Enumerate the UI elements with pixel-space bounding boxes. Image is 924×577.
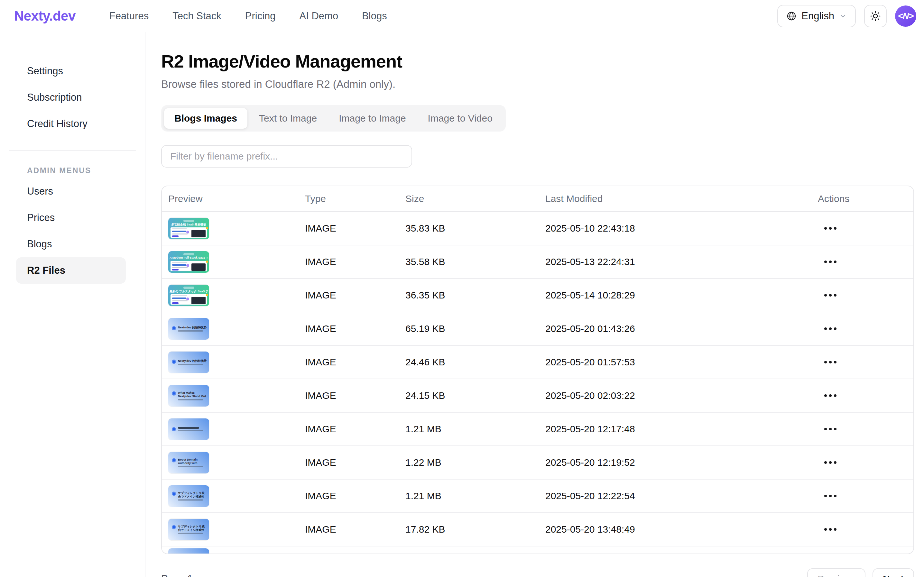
file-size: 35.83 KB — [405, 223, 545, 234]
globe-icon — [786, 11, 797, 21]
next-page-button[interactable]: Next — [872, 568, 914, 577]
sidebar: SettingsSubscriptionCredit History ADMIN… — [0, 32, 145, 577]
sidebar-section-label: ADMIN MENUS — [27, 166, 145, 175]
file-size: 1.22 MB — [405, 457, 545, 468]
nav-link[interactable]: Tech Stack — [173, 10, 221, 22]
user-avatar[interactable]: <N> — [895, 5, 916, 27]
row-actions-button[interactable] — [821, 491, 840, 501]
file-last-modified: 2025-05-10 22:43:18 — [545, 223, 818, 234]
sidebar-divider — [9, 150, 136, 150]
thumbnail-card-art: What Makes Nexty.dev Stand Out — [172, 391, 207, 400]
chevron-down-icon — [839, 12, 847, 20]
file-size: 17.82 KB — [405, 524, 545, 535]
row-actions-button[interactable] — [821, 257, 840, 267]
nav-link[interactable]: Pricing — [245, 10, 276, 22]
sidebar-item[interactable]: Prices — [16, 205, 126, 231]
column-header: Size — [405, 193, 545, 204]
row-actions-button[interactable] — [821, 424, 840, 434]
row-actions-button[interactable] — [821, 457, 840, 467]
file-thumbnail[interactable]: 多功能全栈 SaaS 开发模板 — [168, 218, 209, 239]
file-thumbnail[interactable]: Nexty.dev 的独特优势 — [168, 318, 209, 340]
file-last-modified: 2025-05-13 22:24:31 — [545, 256, 818, 267]
file-thumbnail[interactable]: What Makes Nexty.dev Stand Out — [168, 385, 209, 406]
file-thumbnail[interactable] — [168, 418, 209, 440]
brand-logo[interactable]: Nexty.dev — [14, 8, 76, 24]
file-thumbnail[interactable]: 最新の フルスタック SaaS テンプレート — [168, 285, 209, 306]
nexty-logo-dot — [172, 326, 176, 330]
file-type: IMAGE — [305, 357, 405, 367]
file-type: IMAGE — [305, 290, 405, 301]
nav-link[interactable]: Features — [110, 10, 148, 22]
file-type: IMAGE — [305, 256, 405, 267]
row-actions-button[interactable] — [821, 390, 840, 401]
page-title: R2 Image/Video Management — [161, 51, 913, 72]
thumbnail-card-art: Boost Domain Authority with Subdirectory… — [172, 458, 207, 467]
file-size: 24.15 KB — [405, 390, 545, 401]
row-actions-button[interactable] — [821, 524, 840, 535]
file-thumbnail[interactable]: サブディレクトリ統合でドメイン権威性を向上 — [168, 485, 209, 507]
sidebar-admin-items: UsersPricesBlogsR2 Files — [0, 178, 145, 284]
file-size: 1.21 MB — [405, 490, 545, 501]
row-actions-button[interactable] — [821, 290, 840, 300]
tab[interactable]: Image to Image — [329, 108, 416, 129]
file-size: 65.19 KB — [405, 323, 545, 334]
file-thumbnail[interactable]: サブディレクトリ統合でドメイン権威性を向上 — [168, 519, 209, 540]
row-actions-button[interactable] — [821, 324, 840, 334]
sidebar-item[interactable]: Users — [16, 178, 126, 205]
file-last-modified: 2025-05-20 12:22:54 — [545, 490, 818, 501]
language-label: English — [801, 10, 834, 22]
main-content: R2 Image/Video Management Browse files s… — [146, 32, 924, 577]
tab[interactable]: Blogs Images — [164, 108, 247, 129]
table-row: サブディレクトリ統合でドメイン権威性を向上 IMAGE 1.21 MB 2025… — [162, 480, 913, 513]
file-type: IMAGE — [305, 323, 405, 334]
theme-toggle-button[interactable] — [864, 5, 887, 27]
file-size: 36.35 KB — [405, 290, 545, 301]
table-row: 多功能全栈 SaaS 开发模板 — [162, 212, 913, 245]
main-nav: FeaturesTech StackPricingAI DemoBlogs — [110, 10, 387, 22]
row-actions-button[interactable] — [821, 357, 840, 367]
sidebar-item[interactable]: Subscription — [16, 84, 126, 111]
file-thumbnail[interactable]: Nexty.dev 的独特优势 — [168, 351, 209, 373]
file-type: IMAGE — [305, 424, 405, 435]
row-actions-button[interactable] — [821, 223, 840, 234]
nexty-logo-dot — [172, 458, 176, 463]
tab[interactable]: Image to Video — [418, 108, 503, 129]
file-thumbnail[interactable] — [168, 548, 209, 554]
sidebar-item[interactable]: R2 Files — [16, 257, 126, 284]
thumbnail-card-art: サブディレクトリ統合でドメイン権威性を向上 — [172, 492, 207, 501]
top-header: Nexty.dev FeaturesTech StackPricingAI De… — [0, 0, 924, 32]
table-row: 最新の フルスタック SaaS テンプレート — [162, 279, 913, 312]
language-selector[interactable]: English — [777, 5, 856, 27]
file-last-modified: 2025-05-20 02:03:22 — [545, 390, 818, 401]
file-type: IMAGE — [305, 524, 405, 535]
nexty-logo-dot — [172, 427, 176, 431]
sidebar-item[interactable]: Settings — [16, 58, 126, 84]
file-size: 24.46 KB — [405, 357, 545, 367]
file-thumbnail[interactable]: A Modern Full-Stack SaaS Template — [168, 251, 209, 273]
file-last-modified: 2025-05-14 10:28:29 — [545, 290, 818, 301]
files-table: PreviewTypeSizeLast ModifiedActions 多功能全… — [161, 185, 914, 554]
nav-link[interactable]: AI Demo — [300, 10, 339, 22]
sidebar-item[interactable]: Blogs — [16, 231, 126, 257]
file-last-modified: 2025-05-20 13:48:49 — [545, 524, 818, 535]
nav-link[interactable]: Blogs — [362, 10, 387, 22]
nexty-logo-dot — [172, 525, 176, 529]
sidebar-item[interactable]: Credit History — [16, 111, 126, 137]
table-row: Boost Domain Authority with Subdirectory… — [162, 446, 913, 480]
tab-bar: Blogs ImagesText to ImageImage to ImageI… — [161, 105, 506, 132]
file-size: 35.58 KB — [405, 256, 545, 267]
file-thumbnail[interactable]: Boost Domain Authority with Subdirectory… — [168, 452, 209, 474]
table-row: A Modern Full-Stack SaaS Template — [162, 245, 913, 279]
table-row: サブディレクトリ統合でドメイン権威性を向上 IMAGE 17.82 KB 202… — [162, 513, 913, 546]
column-header: Last Modified — [545, 193, 818, 204]
previous-page-button[interactable]: Previous — [807, 568, 866, 577]
tab[interactable]: Text to Image — [249, 108, 327, 129]
file-last-modified: 2025-05-20 01:57:53 — [545, 357, 818, 367]
page-indicator: Page 1 — [161, 573, 193, 577]
thumbnail-card-art: Nexty.dev 的独特优势 — [172, 359, 207, 365]
pagination: Page 1 Previous Next — [161, 568, 914, 577]
file-last-modified: 2025-05-20 12:19:52 — [545, 457, 818, 468]
filename-filter-input[interactable] — [161, 145, 412, 168]
thumbnail-card-art: Nexty.dev 的独特优势 — [172, 326, 207, 332]
thumbnail-card-art — [172, 427, 207, 431]
